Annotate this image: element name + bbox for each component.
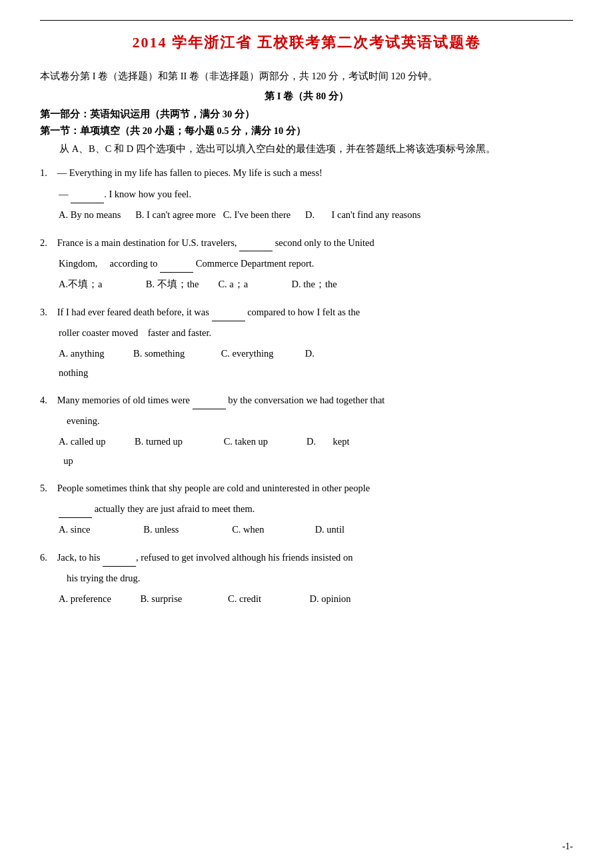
q6-num: 6. [40, 549, 55, 567]
q5-options: A. since B. unless C. when D. until [59, 521, 573, 539]
q5-stem-line2: actually they are just afraid to meet th… [59, 499, 573, 518]
q2-blank2 [160, 254, 193, 273]
question-5: 5. People sometimes think that shy peopl… [40, 479, 573, 539]
section1-node1-title: 第一节：单项填空（共 20 小题；每小题 0.5 分，满分 10 分） [40, 125, 573, 137]
q1-num: 1. [40, 164, 55, 182]
page-number: -1- [562, 841, 573, 852]
top-rule [40, 20, 573, 21]
q5-num: 5. [40, 479, 55, 497]
q1-options: A. By no means B. I can't agree more C. … [59, 206, 573, 224]
q3-stem-line2: roller coaster moved faster and faster. [59, 324, 573, 342]
q3-options-line1: A. anything B. something C. everything D… [59, 345, 573, 363]
q1-blank [71, 185, 104, 203]
instruction-text: 从 A、B、C 和 D 四个选项中，选出可以填入空白处的最佳选项，并在答题纸上将… [40, 140, 573, 157]
q3-options-line2: nothing [59, 364, 573, 382]
q2-options: A.不填；a B. 不填；the C. a；a D. the；the [59, 275, 573, 293]
q4-options-line1: A. called up B. turned up C. taken up D.… [59, 433, 573, 451]
vol1-label: 第 I 卷（共 80 分） [40, 90, 573, 103]
q3-blank [212, 303, 245, 321]
q6-stem: 6. Jack, to his , refused to get involve… [40, 548, 573, 567]
q4-stem-line2: evening. [67, 412, 573, 430]
q5-blank [59, 499, 92, 518]
questions-list: 1. — Everything in my life has fallen to… [40, 164, 573, 607]
question-2: 2. France is a main destination for U.S.… [40, 233, 573, 293]
q4-stem: 4. Many memories of old times were by th… [40, 391, 573, 409]
question-3: 3. If I had ever feared death before, it… [40, 303, 573, 381]
q6-options: A. preference B. surprise C. credit D. o… [59, 590, 573, 608]
q3-num: 3. [40, 303, 55, 321]
q2-stem: 2. France is a main destination for U.S.… [40, 233, 573, 252]
section1-title: 第一部分：英语知识运用（共两节，满分 30 分） [40, 108, 573, 121]
q5-stem: 5. People sometimes think that shy peopl… [40, 479, 573, 497]
q4-num: 4. [40, 391, 55, 409]
intro-text: 本试卷分第 I 卷（选择题）和第 II 卷（非选择题）两部分，共 120 分，考… [40, 67, 573, 85]
q6-stem-line2: his trying the drug. [67, 569, 573, 587]
q2-blank1 [239, 233, 273, 252]
q2-num: 2. [40, 234, 55, 252]
q1-stem-line2: — . I know how you feel. [59, 185, 573, 203]
q3-stem: 3. If I had ever feared death before, it… [40, 303, 573, 321]
q6-blank [103, 548, 136, 567]
q4-options-line2: up [59, 452, 573, 470]
question-6: 6. Jack, to his , refused to get involve… [40, 548, 573, 607]
q4-blank [193, 391, 226, 409]
question-4: 4. Many memories of old times were by th… [40, 391, 573, 469]
q1-stem: 1. — Everything in my life has fallen to… [40, 164, 573, 182]
page-title: 2014 学年浙江省 五校联考第二次考试英语试题卷 [40, 33, 573, 53]
q2-stem-line2: Kingdom, according to Commerce Departmen… [59, 254, 573, 273]
question-1: 1. — Everything in my life has fallen to… [40, 164, 573, 223]
